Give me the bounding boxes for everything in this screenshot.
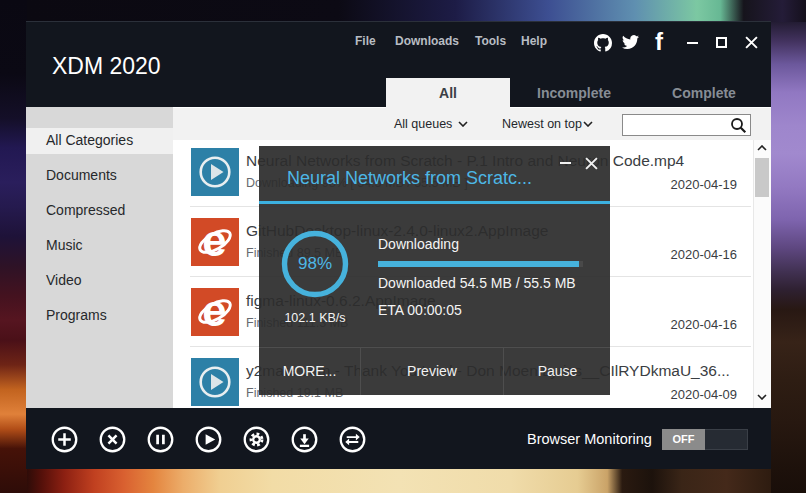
svg-text:e: e [202, 218, 226, 265]
svg-text:e: e [202, 288, 226, 335]
